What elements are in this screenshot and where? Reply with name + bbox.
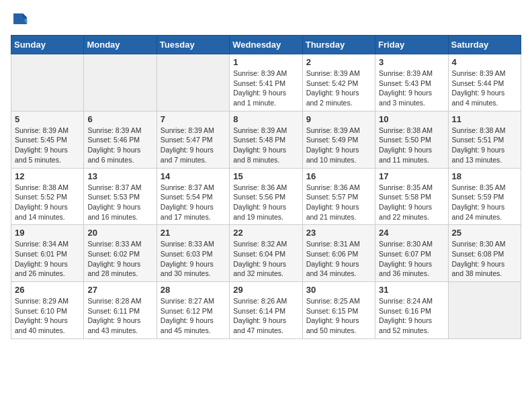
- day-number: 11: [452, 114, 517, 124]
- calendar-cell: 23Sunrise: 8:31 AM Sunset: 6:06 PM Dayli…: [302, 225, 375, 282]
- day-info: Sunrise: 8:37 AM Sunset: 5:53 PM Dayligh…: [87, 183, 152, 222]
- day-number: 16: [306, 171, 371, 181]
- calendar-cell: 28Sunrise: 8:27 AM Sunset: 6:12 PM Dayli…: [157, 282, 229, 339]
- day-info: Sunrise: 8:35 AM Sunset: 5:59 PM Dayligh…: [452, 183, 517, 222]
- calendar-cell: 9Sunrise: 8:39 AM Sunset: 5:49 PM Daylig…: [302, 111, 375, 168]
- day-info: Sunrise: 8:38 AM Sunset: 5:51 PM Dayligh…: [452, 126, 517, 165]
- day-number: 7: [161, 114, 226, 124]
- day-number: 29: [233, 285, 298, 295]
- calendar-cell: 6Sunrise: 8:39 AM Sunset: 5:46 PM Daylig…: [84, 111, 157, 168]
- column-header-saturday: Saturday: [448, 36, 521, 54]
- day-number: 1: [233, 57, 298, 67]
- logo: [11, 11, 32, 30]
- day-info: Sunrise: 8:39 AM Sunset: 5:42 PM Dayligh…: [306, 68, 371, 108]
- calendar-cell: 20Sunrise: 8:33 AM Sunset: 6:02 PM Dayli…: [84, 225, 157, 282]
- calendar-cell: 22Sunrise: 8:32 AM Sunset: 6:04 PM Dayli…: [230, 225, 302, 282]
- day-number: 12: [15, 171, 80, 181]
- calendar-cell: 19Sunrise: 8:34 AM Sunset: 6:01 PM Dayli…: [11, 225, 84, 282]
- calendar-cell: 18Sunrise: 8:35 AM Sunset: 5:59 PM Dayli…: [448, 168, 521, 225]
- day-info: Sunrise: 8:33 AM Sunset: 6:02 PM Dayligh…: [87, 239, 152, 279]
- day-number: 10: [379, 114, 444, 124]
- calendar-cell: 2Sunrise: 8:39 AM Sunset: 5:42 PM Daylig…: [302, 54, 375, 111]
- calendar-cell: 13Sunrise: 8:37 AM Sunset: 5:53 PM Dayli…: [84, 168, 157, 225]
- day-info: Sunrise: 8:28 AM Sunset: 6:11 PM Dayligh…: [87, 296, 152, 336]
- calendar-header-row: SundayMondayTuesdayWednesdayThursdayFrid…: [11, 36, 521, 54]
- day-number: 8: [233, 114, 298, 124]
- calendar-cell: 30Sunrise: 8:25 AM Sunset: 6:15 PM Dayli…: [302, 282, 375, 339]
- calendar-cell: [84, 54, 157, 111]
- day-info: Sunrise: 8:25 AM Sunset: 6:15 PM Dayligh…: [306, 296, 371, 336]
- calendar-cell: 29Sunrise: 8:26 AM Sunset: 6:14 PM Dayli…: [230, 282, 302, 339]
- column-header-friday: Friday: [375, 36, 448, 54]
- day-number: 3: [379, 57, 444, 67]
- day-number: 14: [161, 171, 226, 181]
- day-number: 23: [306, 228, 371, 238]
- day-number: 17: [379, 171, 444, 181]
- day-number: 2: [306, 57, 371, 67]
- calendar-week-4: 19Sunrise: 8:34 AM Sunset: 6:01 PM Dayli…: [11, 225, 521, 282]
- calendar-table: SundayMondayTuesdayWednesdayThursdayFrid…: [11, 35, 521, 339]
- day-info: Sunrise: 8:26 AM Sunset: 6:14 PM Dayligh…: [233, 296, 298, 336]
- day-info: Sunrise: 8:35 AM Sunset: 5:58 PM Dayligh…: [379, 183, 444, 222]
- day-info: Sunrise: 8:39 AM Sunset: 5:48 PM Dayligh…: [233, 126, 298, 165]
- calendar-cell: 31Sunrise: 8:24 AM Sunset: 6:16 PM Dayli…: [375, 282, 448, 339]
- day-info: Sunrise: 8:39 AM Sunset: 5:46 PM Dayligh…: [87, 126, 152, 165]
- day-number: 28: [161, 285, 226, 295]
- day-number: 24: [379, 228, 444, 238]
- day-info: Sunrise: 8:39 AM Sunset: 5:43 PM Dayligh…: [379, 68, 444, 108]
- day-number: 31: [379, 285, 444, 295]
- day-info: Sunrise: 8:24 AM Sunset: 6:16 PM Dayligh…: [379, 296, 444, 336]
- calendar-cell: 11Sunrise: 8:38 AM Sunset: 5:51 PM Dayli…: [448, 111, 521, 168]
- day-info: Sunrise: 8:39 AM Sunset: 5:49 PM Dayligh…: [306, 126, 371, 165]
- day-number: 15: [233, 171, 298, 181]
- day-info: Sunrise: 8:36 AM Sunset: 5:56 PM Dayligh…: [233, 183, 298, 222]
- calendar-cell: 5Sunrise: 8:39 AM Sunset: 5:45 PM Daylig…: [11, 111, 84, 168]
- day-number: 19: [15, 228, 80, 238]
- column-header-sunday: Sunday: [11, 36, 84, 54]
- day-info: Sunrise: 8:31 AM Sunset: 6:06 PM Dayligh…: [306, 239, 371, 279]
- day-info: Sunrise: 8:38 AM Sunset: 5:52 PM Dayligh…: [15, 183, 80, 222]
- day-number: 4: [452, 57, 517, 67]
- calendar-cell: [157, 54, 229, 111]
- day-number: 5: [15, 114, 80, 124]
- day-info: Sunrise: 8:39 AM Sunset: 5:47 PM Dayligh…: [161, 126, 226, 165]
- day-info: Sunrise: 8:30 AM Sunset: 6:08 PM Dayligh…: [452, 239, 517, 279]
- day-info: Sunrise: 8:27 AM Sunset: 6:12 PM Dayligh…: [161, 296, 226, 336]
- calendar-cell: 17Sunrise: 8:35 AM Sunset: 5:58 PM Dayli…: [375, 168, 448, 225]
- day-info: Sunrise: 8:36 AM Sunset: 5:57 PM Dayligh…: [306, 183, 371, 222]
- day-number: 20: [87, 228, 152, 238]
- day-info: Sunrise: 8:34 AM Sunset: 6:01 PM Dayligh…: [15, 239, 80, 279]
- day-number: 18: [452, 171, 517, 181]
- calendar-cell: 10Sunrise: 8:38 AM Sunset: 5:50 PM Dayli…: [375, 111, 448, 168]
- calendar-cell: 24Sunrise: 8:30 AM Sunset: 6:07 PM Dayli…: [375, 225, 448, 282]
- calendar-cell: 8Sunrise: 8:39 AM Sunset: 5:48 PM Daylig…: [230, 111, 302, 168]
- day-info: Sunrise: 8:39 AM Sunset: 5:45 PM Dayligh…: [15, 126, 80, 165]
- logo-icon: [11, 11, 30, 30]
- calendar-cell: [448, 282, 521, 339]
- day-info: Sunrise: 8:30 AM Sunset: 6:07 PM Dayligh…: [379, 239, 444, 279]
- calendar-cell: 3Sunrise: 8:39 AM Sunset: 5:43 PM Daylig…: [375, 54, 448, 111]
- day-number: 6: [87, 114, 152, 124]
- column-header-wednesday: Wednesday: [230, 36, 302, 54]
- day-number: 26: [15, 285, 80, 295]
- day-number: 13: [87, 171, 152, 181]
- calendar-week-1: 1Sunrise: 8:39 AM Sunset: 5:41 PM Daylig…: [11, 54, 521, 111]
- day-info: Sunrise: 8:37 AM Sunset: 5:54 PM Dayligh…: [161, 183, 226, 222]
- calendar-cell: 7Sunrise: 8:39 AM Sunset: 5:47 PM Daylig…: [157, 111, 229, 168]
- column-header-thursday: Thursday: [302, 36, 375, 54]
- calendar-cell: 4Sunrise: 8:39 AM Sunset: 5:44 PM Daylig…: [448, 54, 521, 111]
- calendar-cell: [11, 54, 84, 111]
- calendar-cell: 1Sunrise: 8:39 AM Sunset: 5:41 PM Daylig…: [230, 54, 302, 111]
- day-info: Sunrise: 8:39 AM Sunset: 5:41 PM Dayligh…: [233, 68, 298, 108]
- header: [11, 11, 521, 30]
- column-header-tuesday: Tuesday: [157, 36, 229, 54]
- day-number: 21: [161, 228, 226, 238]
- calendar-cell: 16Sunrise: 8:36 AM Sunset: 5:57 PM Dayli…: [302, 168, 375, 225]
- calendar-cell: 27Sunrise: 8:28 AM Sunset: 6:11 PM Dayli…: [84, 282, 157, 339]
- calendar-cell: 14Sunrise: 8:37 AM Sunset: 5:54 PM Dayli…: [157, 168, 229, 225]
- calendar-cell: 25Sunrise: 8:30 AM Sunset: 6:08 PM Dayli…: [448, 225, 521, 282]
- day-info: Sunrise: 8:39 AM Sunset: 5:44 PM Dayligh…: [452, 68, 517, 108]
- calendar-cell: 26Sunrise: 8:29 AM Sunset: 6:10 PM Dayli…: [11, 282, 84, 339]
- day-number: 25: [452, 228, 517, 238]
- day-number: 30: [306, 285, 371, 295]
